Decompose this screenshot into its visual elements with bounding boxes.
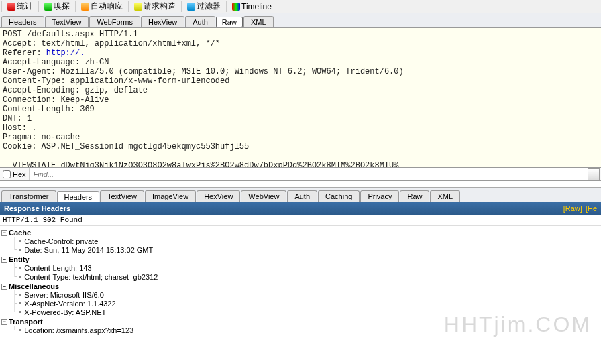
hex-checkbox-wrap[interactable]: Hex — [0, 168, 30, 180]
toolbar-separator — [181, 1, 182, 12]
response-status-line: HTTP/1.1 302 Found — [0, 215, 601, 226]
toolbar-btn-stats[interactable]: 统计 — [5, 1, 36, 13]
response-header-tree: −Cache ├Cache-Control: private └Date: Su… — [0, 226, 601, 339]
hex-label: Hex — [13, 170, 26, 178]
splitter[interactable] — [0, 181, 601, 188]
tree-item[interactable]: └Content-Type: text/html; charset=gb2312 — [8, 272, 600, 281]
response-tab-raw[interactable]: Raw — [400, 190, 429, 202]
sniff-icon — [44, 3, 52, 11]
response-tab-headers[interactable]: Headers — [57, 191, 100, 202]
tree-group-transport[interactable]: −Transport — [1, 318, 600, 326]
toolbar-btn-compose[interactable]: 请求构造 — [131, 1, 178, 13]
request-tab-auth[interactable]: Auth — [185, 16, 215, 27]
response-tab-caching[interactable]: Caching — [318, 190, 360, 202]
hex-checkbox[interactable] — [3, 170, 11, 178]
tree-group-miscellaneous[interactable]: −Miscellaneous — [1, 282, 600, 290]
tree-item[interactable]: └Date: Sun, 11 May 2014 15:13:02 GMT — [8, 245, 600, 254]
stats-icon — [7, 3, 15, 11]
toolbar-btn-filter[interactable]: 过滤器 — [184, 1, 223, 13]
response-tabbar: TransformerHeadersTextViewImageViewHexVi… — [0, 188, 601, 202]
response-tab-auth[interactable]: Auth — [287, 190, 317, 202]
request-tab-textview[interactable]: TextView — [45, 16, 89, 27]
tree-group-entity[interactable]: −Entity — [1, 255, 600, 263]
toolbar-separator — [75, 1, 76, 12]
toolbar-btn-autoresp[interactable]: 自动响应 — [78, 1, 125, 13]
tree-item[interactable]: ├Content-Length: 143 — [8, 263, 600, 272]
find-input[interactable] — [30, 168, 588, 180]
response-headers-titlebar: Response Headers [Raw] [He — [0, 202, 601, 215]
toolbar-btn-timeline[interactable]: Timeline — [229, 1, 274, 13]
request-tab-hexview[interactable]: HexView — [141, 16, 184, 27]
request-tab-raw[interactable]: Raw — [216, 17, 243, 27]
response-raw-link[interactable]: [Raw] — [563, 204, 582, 213]
toolbar-separator — [1, 1, 2, 12]
main-toolbar: 统计 嗅探 自动响应 请求构造 过滤器 Timeline — [0, 0, 601, 13]
toolbar-separator — [38, 1, 39, 12]
filter-icon — [187, 3, 195, 11]
collapse-icon: − — [1, 230, 7, 236]
request-tab-xml[interactable]: XML — [243, 16, 274, 27]
response-tab-xml[interactable]: XML — [430, 190, 460, 202]
toolbar-btn-sniff[interactable]: 嗅探 — [42, 1, 72, 13]
request-tab-headers[interactable]: Headers — [1, 16, 44, 27]
response-tab-hexview[interactable]: HexView — [197, 190, 240, 202]
find-bar: Hex — [0, 168, 601, 181]
referer-link[interactable]: http://. — [46, 48, 85, 58]
response-tab-privacy[interactable]: Privacy — [360, 190, 399, 202]
request-raw-view[interactable]: POST /defaults.aspx HTTP/1.1 Accept: tex… — [0, 28, 601, 168]
response-hex-link[interactable]: [He — [586, 204, 597, 213]
tree-item[interactable]: ├Cache-Control: private — [8, 237, 600, 245]
collapse-icon: − — [1, 319, 7, 325]
response-tab-webview[interactable]: WebView — [241, 190, 286, 202]
tree-item[interactable]: └Location: /xsmainfs.aspx?xh=123 — [8, 326, 600, 335]
find-next-button[interactable] — [588, 168, 600, 180]
collapse-icon: − — [1, 257, 7, 263]
response-tab-transformer[interactable]: Transformer — [1, 190, 56, 202]
tree-item[interactable]: ├X-AspNet-Version: 1.1.4322 — [8, 299, 600, 308]
tree-group-cache[interactable]: −Cache — [1, 229, 600, 237]
composer-icon — [134, 3, 142, 11]
request-tabbar: HeadersTextViewWebFormsHexViewAuthRawXML — [0, 13, 601, 28]
autoresponder-icon — [81, 3, 89, 11]
toolbar-separator — [128, 1, 129, 12]
tree-item[interactable]: └X-Powered-By: ASP.NET — [8, 308, 600, 316]
response-tab-imageview[interactable]: ImageView — [145, 190, 196, 202]
timeline-icon — [232, 3, 240, 11]
collapse-icon: − — [1, 284, 7, 290]
toolbar-separator — [226, 1, 227, 12]
response-tab-textview[interactable]: TextView — [100, 190, 144, 202]
response-headers-title: Response Headers — [4, 204, 70, 213]
request-tab-webforms[interactable]: WebForms — [89, 16, 140, 27]
tree-item[interactable]: ├Server: Microsoft-IIS/6.0 — [8, 290, 600, 299]
